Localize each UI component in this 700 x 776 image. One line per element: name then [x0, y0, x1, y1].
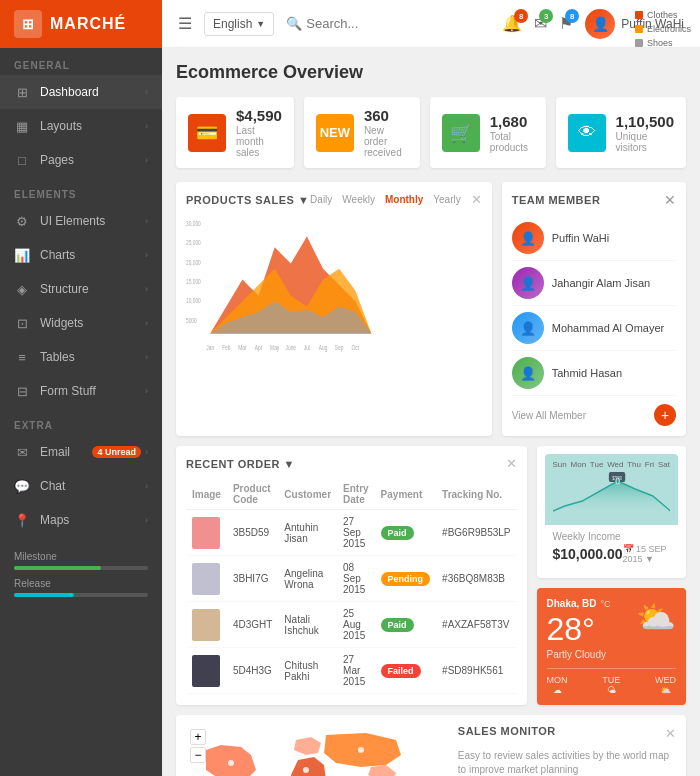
avatar: 👤: [512, 267, 544, 299]
team-member-3: 👤 Mohammad Al Omayer: [512, 306, 676, 351]
order-code: 3BHI7G: [227, 556, 278, 602]
sidebar-item-tables[interactable]: ≡ Tables ›: [0, 340, 162, 374]
orders-panel: RECENT ORDER ▼ ✕ Image Product Code Cust…: [176, 446, 527, 705]
sidebar-item-label: Form Stuff: [40, 384, 96, 398]
table-row: 5D4H3G Chitush Pakhi 27 Mar 2015 Failed …: [186, 648, 517, 694]
weather-cloud-icon: ⛅: [636, 598, 676, 660]
sales-monitor-close-button[interactable]: ✕: [665, 726, 676, 741]
sidebar: ⊞ MARCHÉ GENERAL ⊞ Dashboard › ▦ Layouts…: [0, 0, 162, 776]
day-wed: Wed: [607, 460, 623, 469]
notifications-button[interactable]: 🔔 8: [502, 14, 522, 33]
release-fill: [14, 593, 74, 597]
status-badge: Paid: [381, 526, 414, 540]
stat-card-sales: 💳 $4,590 Last month sales: [176, 97, 294, 168]
status-badge: Pending: [381, 572, 431, 586]
sidebar-item-widgets[interactable]: ⊡ Widgets ›: [0, 306, 162, 340]
release-bar: [14, 593, 148, 597]
col-payment: Payment: [375, 479, 437, 510]
product-image: [192, 609, 220, 641]
sidebar-item-label: Chat: [40, 479, 65, 493]
orders-close-button[interactable]: ✕: [506, 456, 517, 471]
alerts-button[interactable]: ⚑ 8: [559, 14, 573, 33]
structure-icon: ◈: [14, 281, 30, 297]
map-zoom-out-button[interactable]: −: [190, 747, 206, 763]
layouts-icon: ▦: [14, 118, 30, 134]
search-input[interactable]: [306, 16, 490, 31]
order-date: 08 Sep 2015: [337, 556, 375, 602]
weather-temp: 28°: [547, 613, 611, 645]
chevron-icon: ›: [145, 386, 148, 396]
menu-icon[interactable]: ☰: [178, 14, 192, 33]
page-content: Ecommerce Overview 💳 $4,590 Last month s…: [162, 48, 700, 776]
tab-monthly[interactable]: Monthly: [385, 194, 423, 205]
language-selector[interactable]: English ▼: [204, 12, 274, 36]
product-image: [192, 563, 220, 595]
tab-daily[interactable]: Daily: [310, 194, 332, 205]
chat-icon: 💬: [14, 478, 30, 494]
view-all-link[interactable]: View All Member: [512, 410, 586, 421]
stat-card-visitors: 👁 1,10,500 Unique visitors: [556, 97, 686, 168]
svg-text:10,000: 10,000: [186, 298, 201, 305]
main-content: ☰ English ▼ 🔍 🔔 8 ✉ 3 ⚑ 8 👤 Puffin: [162, 0, 700, 776]
visitors-label: Unique visitors: [616, 131, 674, 153]
section-label-extra: EXTRA: [0, 408, 162, 435]
chevron-icon: ›: [145, 481, 148, 491]
svg-text:25,000: 25,000: [186, 239, 201, 246]
products-icon: 🛒: [442, 114, 480, 152]
sidebar-item-label: Layouts: [40, 119, 82, 133]
sidebar-item-dashboard[interactable]: ⊞ Dashboard ›: [0, 75, 162, 109]
sidebar-section-extra: EXTRA ✉ Email 4 Unread › 💬 Chat › 📍 Maps: [0, 408, 162, 537]
avatar: 👤: [512, 312, 544, 344]
sidebar-item-label: UI Elements: [40, 214, 105, 228]
tracking-no: #SD89HK561: [436, 648, 516, 694]
chart-close-button[interactable]: ✕: [471, 192, 482, 207]
add-member-button[interactable]: +: [654, 404, 676, 426]
map-zoom-in-button[interactable]: +: [190, 729, 206, 745]
sidebar-item-charts[interactable]: 📊 Charts ›: [0, 238, 162, 272]
sidebar-item-chat[interactable]: 💬 Chat ›: [0, 469, 162, 503]
sidebar-item-ui-elements[interactable]: ⚙ UI Elements ›: [0, 204, 162, 238]
forecast-tue: TUE 🌤: [602, 675, 620, 695]
tab-weekly[interactable]: Weekly: [342, 194, 375, 205]
table-row: 3B5D59 Antuhin Jisan 27 Sep 2015 Paid #B…: [186, 510, 517, 556]
svg-text:Oct: Oct: [352, 344, 360, 351]
legend-clothes: Clothes: [635, 10, 696, 20]
customer-name: Antuhin Jisan: [278, 510, 337, 556]
orders-label: New order received: [364, 125, 408, 158]
sidebar-item-maps[interactable]: 📍 Maps ›: [0, 503, 162, 537]
chart-area: 30,000 25,000 20,000 15,000 10,000 5000: [186, 215, 482, 358]
sidebar-item-form-stuff[interactable]: ⊟ Form Stuff ›: [0, 374, 162, 408]
legend-shoes: Shoes: [635, 38, 696, 48]
alerts-badge: 8: [565, 9, 579, 23]
sidebar-item-pages[interactable]: □ Pages ›: [0, 143, 162, 177]
svg-point-22: [615, 478, 619, 484]
team-close-button[interactable]: ✕: [664, 192, 676, 208]
chevron-icon: ›: [145, 250, 148, 260]
avatar: 👤: [512, 222, 544, 254]
day-sat: Sat: [658, 460, 670, 469]
legend-electronics: Electronics: [635, 24, 696, 34]
chevron-icon: ›: [145, 284, 148, 294]
orders-table: Image Product Code Customer Entry Date P…: [186, 479, 517, 694]
customer-name: Angelina Wrona: [278, 556, 337, 602]
orders-value: 360: [364, 107, 408, 124]
widgets-icon: ⊡: [14, 315, 30, 331]
svg-text:Jul: Jul: [304, 344, 310, 351]
chevron-icon: ›: [145, 155, 148, 165]
sidebar-item-structure[interactable]: ◈ Structure ›: [0, 272, 162, 306]
sidebar-progress-section: Milestone Release: [0, 537, 162, 619]
messages-button[interactable]: ✉ 3: [534, 14, 547, 33]
sidebar-item-label: Tables: [40, 350, 75, 364]
sidebar-item-layouts[interactable]: ▦ Layouts ›: [0, 109, 162, 143]
day-tue: Tue: [590, 460, 604, 469]
logo-icon: ⊞: [14, 10, 42, 38]
svg-point-23: [228, 760, 234, 766]
sales-icon: 💳: [188, 114, 226, 152]
col-customer: Customer: [278, 479, 337, 510]
team-member-4: 👤 Tahmid Hasan: [512, 351, 676, 396]
sidebar-item-email[interactable]: ✉ Email 4 Unread ›: [0, 435, 162, 469]
notifications-badge: 8: [514, 9, 528, 23]
email-badge: 4 Unread: [92, 446, 141, 458]
tab-yearly[interactable]: Yearly: [433, 194, 460, 205]
svg-text:5000: 5000: [186, 317, 197, 324]
